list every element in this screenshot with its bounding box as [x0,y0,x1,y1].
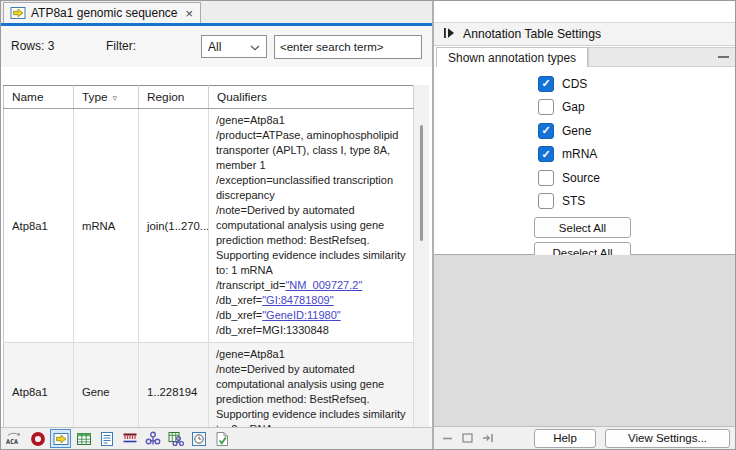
filter-dropdown[interactable]: All [201,35,267,58]
cell-type: mRNA [74,109,139,343]
table-row[interactable]: Atp8a1mRNAjoin(1..270.../gene=Atp8a1/pro… [4,109,414,343]
annotation-type-gap[interactable]: Gap [538,96,736,120]
view-settings-button[interactable]: View Settings... [605,429,730,448]
group-tab-filler [588,47,736,67]
settings-panel-title: Annotation Table Settings [463,27,601,41]
qualifier-link[interactable]: "NM_009727.2" [285,279,362,291]
annotation-table-view-icon[interactable] [50,429,71,448]
annotation-type-label: CDS [562,77,587,91]
qualifier-line: /db_xref=MGI:1330848 [216,323,411,338]
qualifier-line: /gene=Atp8a1 [216,113,411,128]
cell-qualifiers: /gene=Atp8a1/note=Derived by automated c… [209,343,414,428]
column-header-region[interactable]: Region [139,86,209,109]
table-header-row: Name Type▿ Region Qualifiers [4,86,414,109]
annotation-type-list: CDSGapGenemRNASourceSTS [434,72,736,213]
collapse-sidebar-icon[interactable] [443,27,455,42]
circular-view-icon[interactable] [27,429,48,448]
sequence-view-icon[interactable]: ACA [4,429,25,448]
settings-panel: Annotation Table Settings Shown annotati… [432,1,736,449]
annotation-types-group: CDSGapGenemRNASourceSTS Select All Desel… [434,67,736,255]
cell-type: Gene [74,343,139,428]
annotation-table: Name Type▿ Region Qualifiers Atp8a1mRNAj… [3,85,414,427]
element-info-view-icon[interactable] [211,429,232,448]
qualifier-link[interactable]: "GeneID:11980" [262,309,341,321]
settings-panel-empty-area [434,255,736,426]
annotation-type-label: Gap [562,100,585,114]
help-button[interactable]: Help [534,429,596,448]
sort-descending-icon: ▿ [113,93,118,103]
panel-control-icons [439,430,497,446]
cloverleaf-view-icon[interactable] [142,429,163,448]
float-panel-icon[interactable] [459,430,477,446]
tab-title: ATP8a1 genomic sequence [31,6,178,20]
annotation-table-icon [10,5,26,21]
scrollbar-thumb[interactable] [420,125,423,241]
cell-name: Atp8a1 [4,343,74,428]
vertical-scrollbar[interactable] [414,85,429,427]
annotation-type-label: mRNA [562,147,597,161]
primer-view-icon[interactable] [119,429,140,448]
filter-label: Filter: [106,39,136,53]
checkbox-unchecked-icon[interactable] [538,193,554,209]
tab-atp8a1-genomic-sequence[interactable]: ATP8a1 genomic sequence × [3,2,201,23]
search-input[interactable] [274,35,422,59]
annotation-type-sts[interactable]: STS [538,190,736,214]
annotation-type-label: Gene [562,124,591,138]
qualifier-line: /exception=unclassified transcription di… [216,173,411,203]
svg-text:ACA: ACA [6,437,18,445]
settings-bottom-bar: Help View Settings... [434,426,736,449]
qualifier-line: /note=Derived by automated computational… [216,362,411,427]
minimize-panel-icon[interactable] [439,430,457,446]
checkbox-unchecked-icon[interactable] [538,99,554,115]
qualifier-line: /note=Derived by automated computational… [216,203,411,278]
qualifier-link[interactable]: "GI:84781809" [262,294,333,306]
history-view-icon[interactable] [188,429,209,448]
dock-panel-icon[interactable] [479,430,497,446]
column-header-qualifiers[interactable]: Qualifiers [209,86,414,109]
application-window: ATP8a1 genomic sequence × Rows: 3 Filter… [0,0,736,450]
annotation-type-gene[interactable]: Gene [538,119,736,143]
table-row[interactable]: Atp8a1Gene1..228194/gene=Atp8a1/note=Der… [4,343,414,428]
editor-panel: ATP8a1 genomic sequence × Rows: 3 Filter… [1,1,432,449]
cell-name: Atp8a1 [4,109,74,343]
tab-shown-annotation-types[interactable]: Shown annotation types [436,47,588,67]
column-header-name[interactable]: Name [4,86,74,109]
filter-bar: Rows: 3 Filter: All [1,26,432,67]
filter-dropdown-value: All [208,40,221,54]
chevron-down-icon [250,40,260,54]
close-icon[interactable]: × [186,7,194,20]
cell-region: 1..228194 [139,343,209,428]
collapse-group-icon[interactable] [718,56,729,58]
qualifier-line: /db_xref="GeneID:11980" [216,308,411,323]
select-all-button[interactable]: Select All [534,217,631,238]
settings-panel-header: Annotation Table Settings [434,23,736,46]
annotation-type-mrna[interactable]: mRNA [538,143,736,167]
annotation-type-cds[interactable]: CDS [538,72,736,96]
cell-qualifiers: /gene=Atp8a1/product=ATPase, aminophosph… [209,109,414,343]
annotation-table-body: Atp8a1mRNAjoin(1..270.../gene=Atp8a1/pro… [4,109,414,428]
text-view-icon[interactable] [96,429,117,448]
qualifier-line: /product=ATPase, aminophospholipid trans… [216,128,411,173]
settings-panel-top-strip [434,1,736,23]
annotation-type-source[interactable]: Source [538,166,736,190]
table-view-icon[interactable] [73,429,94,448]
column-header-type[interactable]: Type▿ [74,86,139,109]
annotation-type-label: Source [562,171,600,185]
checkbox-checked-icon[interactable] [538,123,554,139]
settings-group-tabs: Shown annotation types [434,46,736,67]
rows-count-label: Rows: 3 [11,39,54,53]
checkbox-unchecked-icon[interactable] [538,170,554,186]
qualifier-line: /db_xref="GI:84781809" [216,293,411,308]
checkbox-checked-icon[interactable] [538,146,554,162]
annotation-table-area: Name Type▿ Region Qualifiers Atp8a1mRNAj… [3,85,430,427]
view-mode-toolbar: ACA [1,427,432,449]
qualifier-line: /transcript_id="NM_009727.2" [216,278,411,293]
annotation-cloverleaf-view-icon[interactable] [165,429,186,448]
qualifier-line: /gene=Atp8a1 [216,347,411,362]
cell-region: join(1..270... [139,109,209,343]
annotation-type-label: STS [562,194,585,208]
checkbox-checked-icon[interactable] [538,76,554,92]
tab-bar: ATP8a1 genomic sequence × [1,1,432,23]
